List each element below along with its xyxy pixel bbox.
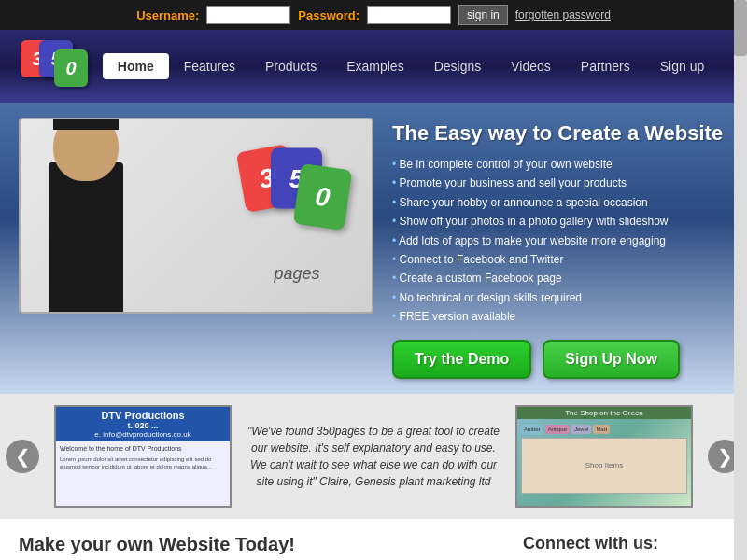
logo-card-0: 0	[54, 49, 88, 87]
password-input[interactable]	[367, 6, 451, 24]
hero-feature-3: Share your hobby or announce a special o…	[392, 193, 728, 212]
header: 3 5 0 Home Features Products Examples De…	[0, 30, 747, 103]
username-input[interactable]	[206, 6, 290, 24]
shop-header: The Shop on the Green	[517, 407, 691, 419]
dtv-header: DTV Productions t. 020 ... e. info@dtvpr…	[56, 407, 230, 441]
nav-item-signup[interactable]: Sign up	[645, 53, 719, 79]
carousel-image-dtv: DTV Productions t. 020 ... e. info@dtvpr…	[54, 405, 232, 508]
shop-image-inner: The Shop on the Green Amber Antique Jewe…	[517, 407, 691, 506]
nav-item-examples[interactable]: Examples	[331, 53, 418, 79]
scroll-thumb[interactable]	[734, 0, 747, 56]
logo: 3 5 0	[19, 36, 93, 96]
hero-buttons: Try the Demo Sign Up Now	[392, 340, 728, 379]
hero-section: 3 5 0 pages The Easy way to Create a Web…	[0, 103, 747, 394]
hero-feature-8: No technical or design skills required	[392, 288, 728, 307]
hero-title: The Easy way to Create a Website	[392, 121, 728, 146]
sign-up-button[interactable]: Sign Up Now	[543, 340, 680, 379]
hero-feature-4: Show off your photos in a photo gallery …	[392, 212, 728, 231]
bottom-section: Make your own Website Today! Create your…	[0, 519, 747, 560]
connect-title: Connect with us:	[523, 534, 728, 553]
hero-card-0: 0	[293, 163, 353, 231]
forgotten-password-link[interactable]: forgotten password	[515, 8, 611, 21]
password-label: Password:	[298, 8, 359, 22]
dtv-email: e. info@dtvproductions.co.uk	[62, 430, 224, 439]
top-bar: Username: Password: sign in forgotten pa…	[0, 0, 747, 30]
nav-item-designs[interactable]: Designs	[419, 53, 497, 79]
testimonial-carousel: ❮ DTV Productions t. 020 ... e. info@dtv…	[0, 394, 747, 519]
hero-350-graphic: 3 5 0 pages	[241, 148, 353, 284]
hero-feature-6: Connect to Facebook and Twitter	[392, 250, 728, 269]
nav-item-home[interactable]: Home	[103, 53, 169, 79]
bottom-right: Connect with us: f g+ t p su	[523, 534, 728, 560]
signin-button[interactable]: sign in	[458, 5, 508, 25]
bottom-left-title: Make your own Website Today!	[19, 534, 504, 555]
carousel-content: DTV Productions t. 020 ... e. info@dtvpr…	[54, 405, 693, 508]
hero-feature-5: Add lots of apps to make your website mo…	[392, 231, 728, 250]
nav-item-products[interactable]: Products	[250, 53, 331, 79]
dtv-body: Welcome to the home of DTV Productions L…	[56, 441, 230, 506]
nav-item-videos[interactable]: Videos	[496, 53, 566, 79]
bottom-left: Make your own Website Today! Create your…	[19, 534, 504, 560]
nav-item-partners[interactable]: Partners	[566, 53, 645, 79]
hero-feature-9: FREE version available	[392, 307, 728, 326]
carousel-image-shop: The Shop on the Green Amber Antique Jewe…	[515, 405, 693, 508]
hero-text: The Easy way to Create a Website Be in c…	[392, 118, 728, 379]
main-nav: Home Features Products Examples Designs …	[93, 53, 728, 79]
scrollbar[interactable]	[734, 0, 747, 560]
hero-image: 3 5 0 pages	[19, 118, 374, 314]
dtv-phone: t. 020 ...	[62, 421, 224, 430]
hero-feature-2: Promote your business and sell your prod…	[392, 174, 728, 192]
hero-feature-1: Be in complete control of your own websi…	[392, 155, 728, 174]
hero-features-list: Be in complete control of your own websi…	[392, 155, 728, 327]
hero-feature-7: Create a custom Facebook page	[392, 269, 728, 287]
nav-item-features[interactable]: Features	[169, 53, 250, 79]
hero-pages-label: pages	[274, 264, 319, 284]
username-label: Username:	[136, 8, 199, 22]
dtv-name: DTV Productions	[62, 410, 224, 421]
testimonial-text: "We've found 350pages to be a great tool…	[247, 423, 500, 490]
try-demo-button[interactable]: Try the Demo	[392, 340, 531, 379]
carousel-left-arrow[interactable]: ❮	[6, 440, 39, 473]
